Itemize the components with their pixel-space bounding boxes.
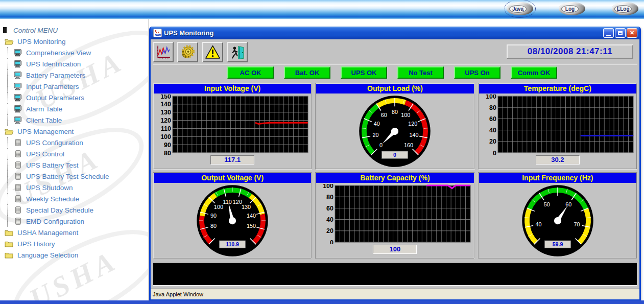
svg-text:120: 120 (160, 117, 171, 124)
svg-text:100: 100 (214, 204, 223, 210)
window-title: UPS Monitoring (164, 29, 602, 37)
svg-text:40: 40 (374, 121, 380, 127)
sidebar-item-label: UPS Battery Test Schedule (26, 173, 109, 180)
sidebar-item-ups-configuration[interactable]: UPS Configuration (0, 137, 148, 148)
current-value-box: 100 (373, 245, 417, 254)
svg-text:60: 60 (327, 205, 334, 212)
log-button-label: Log (561, 5, 579, 13)
panel-output-load: Output Load (%)0204060801001201401600 (315, 83, 474, 170)
status-button-ac-ok[interactable]: AC OK (227, 66, 274, 79)
svg-text:100: 100 (323, 184, 334, 190)
status-button-ups-ok[interactable]: UPS OK (341, 66, 387, 79)
sidebar-item-label: UPS History (17, 240, 55, 248)
svg-text:100: 100 (401, 112, 411, 118)
panel-body: 100806040200100 (316, 184, 473, 258)
sidebar-item-ups-management[interactable]: UPS Management (0, 126, 148, 137)
sidebar-item-usha-management[interactable]: USHA Management (0, 227, 148, 238)
sidebar-item-label: UPS Configuration (26, 139, 83, 147)
svg-text:40: 40 (489, 127, 496, 134)
sidebar-item-weekly-schedule[interactable]: Weekly Schedule (0, 193, 148, 204)
status-button-bat-ok[interactable]: Bat. OK (284, 66, 330, 79)
elog-button-label: ELog (614, 5, 632, 13)
svg-text:110.9: 110.9 (226, 241, 239, 247)
sidebar-item-ups-monitoring[interactable]: UPS Monitoring (0, 36, 148, 47)
exit-toolbar-button[interactable] (227, 42, 248, 62)
sidebar-item-label: Input Parameters (26, 83, 79, 90)
input-frequency-hz-gauge: 4050607059.9 (519, 182, 596, 258)
notebook-icon (13, 217, 22, 225)
sidebar-item-output-parameters[interactable]: Output Parameters (0, 92, 148, 103)
svg-text:80: 80 (327, 194, 334, 201)
java-button[interactable]: Java (507, 2, 533, 15)
open-folder-icon (4, 37, 14, 45)
sidebar-item-emd-configuration[interactable]: EMD Configuration (0, 216, 148, 227)
sidebar-item-ups-battery-test-schedule[interactable]: UPS Battery Test Schedule (0, 171, 148, 182)
svg-text:60: 60 (489, 115, 496, 123)
sidebar-item-ups-battery-test[interactable]: UPS Battery Test (0, 159, 148, 171)
panel-body: 0204060801001201401600 (316, 93, 473, 167)
panel-body: 10080604020030.2 (479, 95, 636, 169)
sidebar-item-control-menu[interactable]: Control MENU (0, 25, 148, 36)
output-load-gauge: 0204060801001201401600 (356, 93, 433, 168)
svg-text:160: 160 (404, 142, 413, 148)
sidebar-item-label: UPS Management (17, 128, 74, 135)
panel-title: Input Frequency (Hz) (479, 173, 636, 183)
monitor-icon (13, 60, 22, 68)
elog-button[interactable]: ELog (612, 2, 638, 15)
sidebar-item-label: Comprehensive View (26, 49, 91, 57)
sidebar-item-alarm-table[interactable]: Alarm Table (0, 103, 148, 114)
current-value-box: 117.1 (210, 155, 254, 165)
close-button[interactable]: ✕ (627, 28, 637, 38)
sidebar-item-label: EMD Configuration (26, 218, 84, 225)
svg-text:80: 80 (164, 150, 171, 155)
monitoring-panels-grid: Input Voltage (V)15014013012011010090801… (153, 83, 637, 259)
monitor-icon (13, 71, 22, 79)
sidebar-item-input-parameters[interactable]: Input Parameters (0, 81, 148, 92)
sidebar-item-language-selection[interactable]: Language Selection (0, 249, 148, 261)
sidebar-item-client-table[interactable]: Client Table (0, 114, 148, 126)
warning-icon (205, 44, 221, 60)
toolbar: 08/10/2008 21:47:11 (153, 41, 637, 64)
status-indicator-row: AC OKBat. OKUPS OKNo TestUPS OnComm OK (153, 64, 637, 80)
sidebar-item-label: UPS Control (26, 150, 64, 158)
sidebar-item-ups-history[interactable]: UPS History (0, 238, 148, 249)
svg-text:50: 50 (544, 201, 550, 207)
svg-text:120: 120 (409, 121, 418, 127)
status-button-ups-on[interactable]: UPS On (454, 66, 500, 79)
maximize-button[interactable] (615, 28, 626, 38)
sidebar-item-battery-parameters[interactable]: Battery Parameters (0, 69, 148, 81)
sidebar-item-label: Output Parameters (26, 94, 84, 102)
svg-text:140: 140 (160, 101, 171, 108)
minimize-button[interactable] (603, 28, 614, 38)
panel-input-voltage-v: Input Voltage (V)15014013012011010090801… (153, 83, 312, 170)
status-button-no-test[interactable]: No Test (397, 66, 444, 79)
top-header-bar: Java Log ELog (0, 0, 644, 19)
temperature-degc-chart: 100806040200 (480, 95, 635, 155)
svg-text:130: 130 (160, 109, 171, 116)
svg-text:80: 80 (392, 109, 398, 115)
sidebar-item-comprehensive-view[interactable]: Comprehensive View (0, 47, 148, 58)
sidebar-menu: USHA USHA USHA Control MENU UPS Monitori… (0, 19, 149, 300)
graph-toolbar-button[interactable] (153, 42, 174, 62)
sidebar-item-label: Language Selection (17, 251, 78, 259)
svg-text:150: 150 (247, 223, 256, 229)
alarm-toolbar-button[interactable] (202, 42, 223, 62)
closed-folder-icon (4, 251, 14, 259)
svg-text:0: 0 (394, 152, 397, 158)
sidebar-item-ups-control[interactable]: UPS Control (0, 148, 148, 159)
sidebar-item-special-day-schedule[interactable]: Special Day Schedule (0, 204, 148, 216)
svg-text:80: 80 (489, 104, 496, 111)
gear-icon (180, 44, 196, 60)
svg-text:80: 80 (210, 223, 217, 229)
open-folder-icon (4, 127, 14, 135)
sidebar-item-label: UPS Monitoring (17, 38, 66, 45)
log-button[interactable]: Log (559, 2, 585, 15)
notebook-icon (13, 172, 22, 180)
page: Java Log ELog USHA USHA USHA Control MEN… (0, 0, 644, 304)
window-client-area: 08/10/2008 21:47:11 AC OKBat. OKUPS OKNo… (151, 39, 639, 288)
sidebar-item-ups-identification[interactable]: UPS Identification (0, 58, 148, 69)
settings-toolbar-button[interactable] (177, 42, 198, 62)
window-titlebar[interactable]: UPS Monitoring ✕ (151, 27, 639, 39)
sidebar-item-ups-shutdown[interactable]: UPS Shutdown (0, 182, 148, 193)
status-button-comm-ok[interactable]: Comm OK (511, 66, 557, 79)
